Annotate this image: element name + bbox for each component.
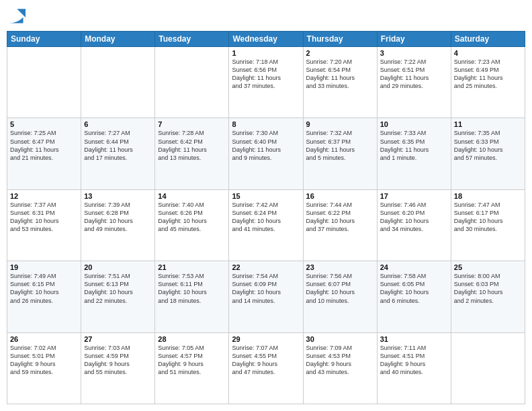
weekday-header-saturday: Saturday [451,32,525,47]
day-info: Sunrise: 7:03 AM Sunset: 4:59 PM Dayligh… [84,344,152,377]
calendar-cell: 12Sunrise: 7:37 AM Sunset: 6:31 PM Dayli… [7,189,81,261]
calendar-cell: 23Sunrise: 7:56 AM Sunset: 6:07 PM Dayli… [303,261,377,332]
day-number: 23 [306,263,374,271]
day-number: 25 [454,263,522,271]
day-number: 7 [158,120,226,128]
calendar-cell: 31Sunrise: 7:11 AM Sunset: 4:51 PM Dayli… [377,332,451,404]
day-info: Sunrise: 7:32 AM Sunset: 6:37 PM Dayligh… [306,129,374,162]
day-info: Sunrise: 7:44 AM Sunset: 6:22 PM Dayligh… [306,201,374,234]
day-number: 11 [454,120,522,128]
calendar-week-row: 19Sunrise: 7:49 AM Sunset: 6:15 PM Dayli… [7,261,525,332]
calendar-cell [155,47,229,118]
day-number: 9 [306,120,374,128]
weekday-header-friday: Friday [377,32,451,47]
day-number: 21 [158,263,226,271]
calendar-cell: 1Sunrise: 7:18 AM Sunset: 6:56 PM Daylig… [229,47,303,118]
calendar-cell: 14Sunrise: 7:40 AM Sunset: 6:26 PM Dayli… [155,189,229,261]
day-info: Sunrise: 7:40 AM Sunset: 6:26 PM Dayligh… [158,201,226,234]
weekday-header-thursday: Thursday [303,32,377,47]
calendar-cell: 10Sunrise: 7:33 AM Sunset: 6:35 PM Dayli… [377,118,451,189]
day-info: Sunrise: 7:39 AM Sunset: 6:28 PM Dayligh… [84,201,152,234]
day-number: 2 [306,49,374,57]
calendar-cell [451,332,525,404]
calendar-cell: 21Sunrise: 7:53 AM Sunset: 6:11 PM Dayli… [155,261,229,332]
calendar-table: SundayMondayTuesdayWednesdayThursdayFrid… [7,31,525,404]
calendar-cell: 9Sunrise: 7:32 AM Sunset: 6:37 PM Daylig… [303,118,377,189]
logo [7,7,27,26]
day-info: Sunrise: 7:07 AM Sunset: 4:55 PM Dayligh… [232,344,300,377]
day-info: Sunrise: 7:11 AM Sunset: 4:51 PM Dayligh… [380,344,448,377]
calendar-cell [7,47,81,118]
day-number: 1 [232,49,300,57]
day-number: 27 [84,335,152,343]
calendar-cell: 30Sunrise: 7:09 AM Sunset: 4:53 PM Dayli… [303,332,377,404]
calendar-cell: 26Sunrise: 7:02 AM Sunset: 5:01 PM Dayli… [7,332,81,404]
day-info: Sunrise: 7:02 AM Sunset: 5:01 PM Dayligh… [10,344,78,377]
day-number: 8 [232,120,300,128]
day-info: Sunrise: 7:58 AM Sunset: 6:05 PM Dayligh… [380,272,448,305]
day-info: Sunrise: 7:05 AM Sunset: 4:57 PM Dayligh… [158,344,226,377]
day-info: Sunrise: 7:56 AM Sunset: 6:07 PM Dayligh… [306,272,374,305]
calendar-cell: 24Sunrise: 7:58 AM Sunset: 6:05 PM Dayli… [377,261,451,332]
calendar-cell: 8Sunrise: 7:30 AM Sunset: 6:40 PM Daylig… [229,118,303,189]
calendar-cell: 5Sunrise: 7:25 AM Sunset: 6:47 PM Daylig… [7,118,81,189]
calendar-week-row: 1Sunrise: 7:18 AM Sunset: 6:56 PM Daylig… [7,47,525,118]
day-number: 16 [306,192,374,200]
calendar-cell: 20Sunrise: 7:51 AM Sunset: 6:13 PM Dayli… [81,261,155,332]
day-number: 30 [306,335,374,343]
day-info: Sunrise: 7:49 AM Sunset: 6:15 PM Dayligh… [10,272,78,305]
day-number: 22 [232,263,300,271]
day-info: Sunrise: 7:35 AM Sunset: 6:33 PM Dayligh… [454,129,522,162]
day-number: 13 [84,192,152,200]
day-info: Sunrise: 7:37 AM Sunset: 6:31 PM Dayligh… [10,201,78,234]
day-number: 29 [232,335,300,343]
day-number: 17 [380,192,448,200]
calendar-cell: 11Sunrise: 7:35 AM Sunset: 6:33 PM Dayli… [451,118,525,189]
calendar-cell: 4Sunrise: 7:23 AM Sunset: 6:49 PM Daylig… [451,47,525,118]
day-number: 14 [158,192,226,200]
calendar-cell: 19Sunrise: 7:49 AM Sunset: 6:15 PM Dayli… [7,261,81,332]
weekday-header-sunday: Sunday [7,32,81,47]
day-info: Sunrise: 8:00 AM Sunset: 6:03 PM Dayligh… [454,272,522,305]
weekday-header-monday: Monday [81,32,155,47]
calendar-cell: 2Sunrise: 7:20 AM Sunset: 6:54 PM Daylig… [303,47,377,118]
calendar-cell: 6Sunrise: 7:27 AM Sunset: 6:44 PM Daylig… [81,118,155,189]
day-info: Sunrise: 7:27 AM Sunset: 6:44 PM Dayligh… [84,129,152,162]
day-info: Sunrise: 7:22 AM Sunset: 6:51 PM Dayligh… [380,58,448,91]
calendar-cell: 16Sunrise: 7:44 AM Sunset: 6:22 PM Dayli… [303,189,377,261]
weekday-header-tuesday: Tuesday [155,32,229,47]
day-number: 10 [380,120,448,128]
day-number: 5 [10,120,78,128]
day-info: Sunrise: 7:20 AM Sunset: 6:54 PM Dayligh… [306,58,374,91]
calendar-cell: 29Sunrise: 7:07 AM Sunset: 4:55 PM Dayli… [229,332,303,404]
day-number: 24 [380,263,448,271]
day-info: Sunrise: 7:46 AM Sunset: 6:20 PM Dayligh… [380,201,448,234]
weekday-header-row: SundayMondayTuesdayWednesdayThursdayFrid… [7,32,525,47]
calendar-cell: 7Sunrise: 7:28 AM Sunset: 6:42 PM Daylig… [155,118,229,189]
calendar-week-row: 26Sunrise: 7:02 AM Sunset: 5:01 PM Dayli… [7,332,525,404]
header [7,7,525,26]
calendar-cell: 25Sunrise: 8:00 AM Sunset: 6:03 PM Dayli… [451,261,525,332]
day-number: 20 [84,263,152,271]
calendar-cell: 17Sunrise: 7:46 AM Sunset: 6:20 PM Dayli… [377,189,451,261]
day-number: 12 [10,192,78,200]
calendar-cell: 18Sunrise: 7:47 AM Sunset: 6:17 PM Dayli… [451,189,525,261]
calendar-cell: 22Sunrise: 7:54 AM Sunset: 6:09 PM Dayli… [229,261,303,332]
calendar-cell: 15Sunrise: 7:42 AM Sunset: 6:24 PM Dayli… [229,189,303,261]
day-info: Sunrise: 7:25 AM Sunset: 6:47 PM Dayligh… [10,129,78,162]
calendar-week-row: 12Sunrise: 7:37 AM Sunset: 6:31 PM Dayli… [7,189,525,261]
day-info: Sunrise: 7:28 AM Sunset: 6:42 PM Dayligh… [158,129,226,162]
calendar-cell [81,47,155,118]
logo-icon [7,7,26,26]
day-number: 6 [84,120,152,128]
day-number: 31 [380,335,448,343]
calendar-cell: 3Sunrise: 7:22 AM Sunset: 6:51 PM Daylig… [377,47,451,118]
day-number: 19 [10,263,78,271]
day-number: 4 [454,49,522,57]
calendar-cell: 13Sunrise: 7:39 AM Sunset: 6:28 PM Dayli… [81,189,155,261]
calendar-cell: 28Sunrise: 7:05 AM Sunset: 4:57 PM Dayli… [155,332,229,404]
page: SundayMondayTuesdayWednesdayThursdayFrid… [0,0,532,411]
day-info: Sunrise: 7:18 AM Sunset: 6:56 PM Dayligh… [232,58,300,91]
day-info: Sunrise: 7:33 AM Sunset: 6:35 PM Dayligh… [380,129,448,162]
day-info: Sunrise: 7:47 AM Sunset: 6:17 PM Dayligh… [454,201,522,234]
